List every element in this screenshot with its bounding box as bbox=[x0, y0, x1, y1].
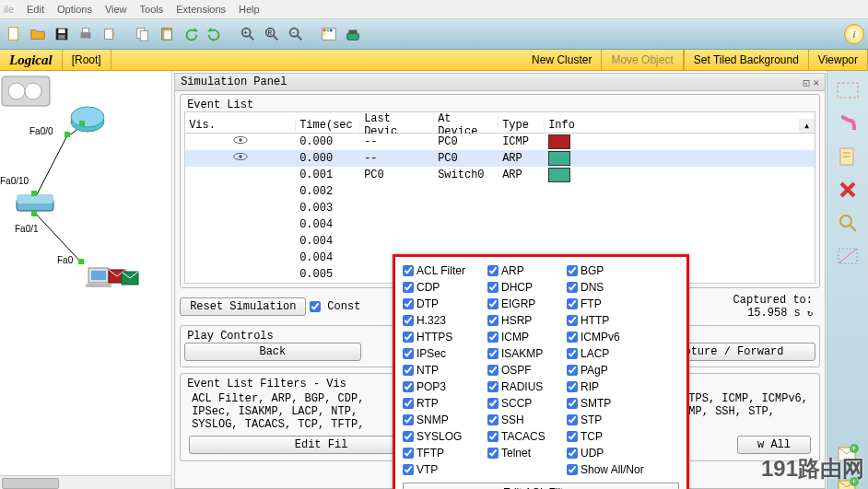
protocol-checkbox-tacacs[interactable]: TACACS bbox=[487, 428, 567, 444]
protocol-checkbox-tftp[interactable]: TFTP bbox=[403, 445, 487, 460]
add-complex-pdu-icon[interactable]: + bbox=[834, 474, 862, 489]
protocol-checkbox-dtp[interactable]: DTP bbox=[403, 296, 487, 311]
menu-tools[interactable]: Tools bbox=[140, 4, 164, 15]
set-background-button[interactable]: Set Tiled Background bbox=[684, 50, 809, 70]
new-cluster-button[interactable]: New Cluster bbox=[522, 50, 602, 70]
protocol-checkbox-cdp[interactable]: CDP bbox=[403, 279, 487, 295]
checkbox[interactable] bbox=[567, 348, 578, 359]
protocol-checkbox-eigrp[interactable]: EIGRP bbox=[487, 296, 567, 311]
constant-delay-checkbox[interactable] bbox=[310, 301, 321, 312]
col-time[interactable]: Time(sec bbox=[296, 119, 360, 132]
checkbox[interactable] bbox=[567, 431, 578, 442]
new-file-icon[interactable] bbox=[4, 24, 24, 44]
undock-icon[interactable]: ◱ bbox=[803, 76, 810, 88]
protocol-checkbox-udp[interactable]: UDP bbox=[567, 445, 668, 460]
inspect-tool-icon[interactable] bbox=[834, 211, 862, 235]
protocol-checkbox-h-323[interactable]: H.323 bbox=[403, 312, 487, 328]
protocol-checkbox-ntp[interactable]: NTP bbox=[403, 362, 487, 378]
checkbox[interactable] bbox=[403, 298, 414, 309]
checkbox[interactable] bbox=[487, 282, 499, 293]
delete-tool-icon[interactable] bbox=[834, 178, 862, 202]
topology-canvas[interactable]: Fa0/0 Fa0/10 Fa0/1 Fa0 bbox=[0, 71, 172, 489]
protocol-checkbox-http[interactable]: HTTP bbox=[567, 312, 668, 328]
checkbox[interactable] bbox=[567, 365, 578, 376]
protocol-checkbox-ftp[interactable]: FTP bbox=[567, 296, 668, 311]
checkbox[interactable] bbox=[567, 332, 578, 343]
protocol-checkbox-rip[interactable]: RIP bbox=[567, 378, 668, 394]
menu-options[interactable]: Options bbox=[57, 4, 92, 15]
reset-simulation-button[interactable]: Reset Simulation bbox=[180, 297, 306, 316]
table-row[interactable]: 0.000--PC0ARP bbox=[185, 150, 815, 167]
close-icon[interactable]: ✕ bbox=[813, 76, 819, 88]
checkbox[interactable] bbox=[487, 431, 499, 442]
protocol-checkbox-snmp[interactable]: SNMP bbox=[403, 412, 487, 427]
protocol-checkbox-radius[interactable]: RADIUS bbox=[487, 378, 567, 394]
checkbox[interactable] bbox=[567, 448, 578, 459]
checkbox[interactable] bbox=[567, 381, 578, 392]
menu-file[interactable]: ile bbox=[4, 4, 14, 15]
protocol-checkbox-dns[interactable]: DNS bbox=[567, 279, 668, 295]
protocol-checkbox-icmpv6[interactable]: ICMPv6 bbox=[567, 329, 668, 344]
move-object-button[interactable]: Move Object bbox=[602, 50, 683, 70]
checkbox[interactable] bbox=[487, 298, 499, 309]
device-dialog-icon[interactable] bbox=[343, 24, 363, 44]
palette-icon[interactable] bbox=[319, 24, 339, 44]
col-type[interactable]: Type bbox=[499, 119, 545, 132]
menu-edit[interactable]: Edit bbox=[27, 4, 44, 15]
info-icon[interactable]: i bbox=[844, 24, 864, 44]
col-info[interactable]: Info bbox=[545, 119, 800, 132]
table-row[interactable]: 0.001PC0Switch0ARP bbox=[185, 167, 815, 183]
show-all-none-button[interactable]: w All bbox=[737, 436, 811, 454]
checkbox[interactable] bbox=[487, 365, 499, 376]
checkbox[interactable] bbox=[487, 315, 499, 326]
protocol-checkbox-tcp[interactable]: TCP bbox=[567, 428, 668, 444]
select-tool-icon[interactable] bbox=[834, 78, 862, 102]
protocol-checkbox-ssh[interactable]: SSH bbox=[487, 412, 567, 427]
checkbox[interactable] bbox=[487, 381, 499, 392]
zoom-out-icon[interactable]: - bbox=[286, 24, 306, 44]
protocol-checkbox-lacp[interactable]: LACP bbox=[567, 345, 668, 361]
checkbox[interactable] bbox=[487, 448, 499, 459]
protocol-checkbox-isakmp[interactable]: ISAKMP bbox=[487, 345, 567, 361]
place-note-icon[interactable] bbox=[834, 145, 862, 169]
protocol-checkbox-pagp[interactable]: PAgP bbox=[567, 362, 668, 378]
copy-icon[interactable] bbox=[133, 24, 153, 44]
checkbox[interactable] bbox=[403, 464, 414, 475]
paste-icon[interactable] bbox=[157, 24, 177, 44]
checkbox[interactable] bbox=[403, 431, 414, 442]
checkbox[interactable] bbox=[487, 398, 499, 409]
protocol-checkbox-sccp[interactable]: SCCP bbox=[487, 395, 567, 411]
protocol-checkbox-vtp[interactable]: VTP bbox=[403, 461, 487, 477]
protocol-checkbox-https[interactable]: HTTPS bbox=[403, 329, 487, 344]
protocol-checkbox-hsrp[interactable]: HSRP bbox=[487, 312, 567, 328]
checkbox[interactable] bbox=[487, 348, 499, 359]
print-icon[interactable] bbox=[76, 24, 96, 44]
checkbox[interactable] bbox=[403, 315, 414, 326]
checkbox[interactable] bbox=[403, 414, 414, 425]
undo-icon[interactable] bbox=[181, 24, 201, 44]
protocol-checkbox-ospf[interactable]: OSPF bbox=[487, 362, 567, 378]
wizard-icon[interactable] bbox=[100, 24, 120, 44]
open-folder-icon[interactable] bbox=[28, 24, 48, 44]
checkbox[interactable] bbox=[567, 282, 578, 293]
zoom-reset-icon[interactable]: R bbox=[262, 24, 282, 44]
checkbox[interactable] bbox=[403, 332, 414, 343]
checkbox[interactable] bbox=[567, 298, 578, 309]
redo-icon[interactable] bbox=[205, 24, 225, 44]
protocol-checkbox-stp[interactable]: STP bbox=[567, 412, 668, 427]
save-icon[interactable] bbox=[52, 24, 72, 44]
canvas-scrollbar[interactable] bbox=[0, 475, 171, 489]
zoom-in-icon[interactable]: + bbox=[238, 24, 258, 44]
resize-tool-icon[interactable] bbox=[834, 244, 862, 268]
protocol-checkbox-acl-filter[interactable]: ACL Filter bbox=[403, 262, 487, 278]
protocol-checkbox-bgp[interactable]: BGP bbox=[567, 262, 668, 278]
checkbox[interactable] bbox=[403, 381, 414, 392]
checkbox[interactable] bbox=[567, 414, 578, 425]
table-row[interactable]: 0.004 bbox=[185, 216, 815, 233]
checkbox[interactable] bbox=[487, 414, 499, 425]
protocol-checkbox-show-all-nor[interactable]: Show All/Nor bbox=[567, 461, 668, 477]
menu-help[interactable]: Help bbox=[239, 4, 260, 15]
root-breadcrumb[interactable]: [Root] bbox=[63, 50, 111, 70]
menu-extensions[interactable]: Extensions bbox=[176, 4, 226, 15]
add-simple-pdu-icon[interactable]: + bbox=[834, 441, 862, 465]
